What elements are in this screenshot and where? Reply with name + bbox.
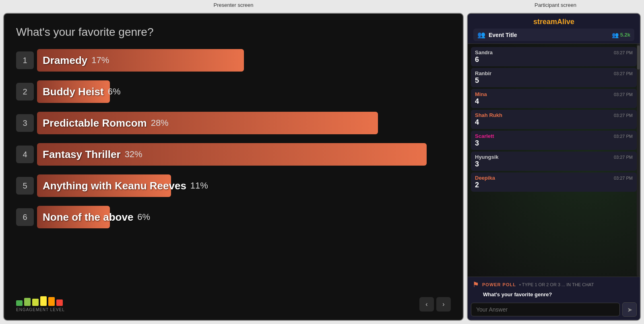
option-bar-container: None of the above6%: [37, 206, 451, 228]
option-pct: 11%: [190, 180, 208, 191]
chat-msg-value: 3: [475, 160, 633, 168]
chat-area: Sandra03:27 PM6Ranbir03:27 PM5Mina03:27 …: [468, 44, 640, 277]
chat-msg-time: 03:27 PM: [614, 113, 633, 118]
chat-msg-header: Ranbir03:27 PM: [475, 70, 633, 76]
option-pct: 32%: [125, 149, 142, 160]
chat-msg-header: Mina03:27 PM: [475, 91, 633, 97]
option-pct: 28%: [151, 118, 169, 128]
chat-msg-value: 6: [475, 55, 633, 64]
chat-msg-value: 4: [475, 97, 633, 106]
chat-msg-time: 03:27 PM: [614, 155, 633, 160]
logo-prefix: stream: [533, 18, 557, 26]
poll-option: 6None of the above6%: [16, 203, 451, 231]
poll-question: What's your favorite genre?: [16, 26, 451, 39]
engagement-bar: [40, 296, 47, 306]
chat-message: Hyungsik03:27 PM3: [471, 152, 637, 171]
chat-msg-time: 03:27 PM: [614, 71, 633, 76]
streamalive-logo: streamAlive: [533, 18, 574, 26]
option-label: Fantasy Thriller: [37, 148, 121, 161]
chat-msg-name: Ranbir: [475, 70, 491, 76]
chat-msg-header: Shah Rukh03:27 PM: [475, 112, 633, 118]
option-label: Anything with Keanu Reeves: [37, 180, 186, 192]
chat-msg-time: 03:27 PM: [614, 176, 633, 180]
chat-msg-name: Shah Rukh: [475, 112, 502, 118]
chat-msg-name: Deepika: [475, 175, 495, 181]
event-icon: 👥: [477, 31, 485, 39]
chat-msg-header: Sandra03:27 PM: [475, 49, 633, 55]
event-title: Event Title: [489, 32, 517, 38]
option-number: 3: [16, 114, 34, 132]
chat-message: Scarlett03:27 PM3: [471, 131, 637, 150]
nav-next-button[interactable]: ›: [436, 297, 451, 312]
option-number: 2: [16, 83, 34, 100]
chat-msg-value: 3: [475, 139, 633, 148]
chat-msg-name: Sandra: [475, 49, 493, 55]
power-poll-question: What's your favorite genre?: [468, 291, 640, 300]
chat-message: Shah Rukh03:27 PM4: [471, 110, 637, 129]
presenter-screen: What's your favorite genre? 1Dramedy17%2…: [3, 13, 464, 321]
engagement-bar: [32, 299, 39, 306]
option-number: 1: [16, 51, 34, 69]
participant-header: streamAlive 👥 Event Title 👥 5.2k: [468, 14, 640, 44]
nav-prev-button[interactable]: ‹: [419, 297, 434, 312]
option-pct: 6%: [108, 86, 121, 97]
chat-msg-header: Scarlett03:27 PM: [475, 133, 633, 139]
option-bar-container: Anything with Keanu Reeves11%: [37, 174, 451, 197]
poll-option: 4Fantasy Thriller32%: [16, 141, 451, 168]
option-bar-container: Predictable Romcom28%: [37, 112, 451, 134]
engagement-bar: [16, 300, 23, 306]
chat-msg-header: Deepika03:27 PM: [475, 175, 633, 181]
engagement-label: ENGAGEMENT LEVEL: [16, 308, 65, 312]
logo-suffix: live: [562, 18, 574, 26]
logo-accent: A: [557, 18, 562, 26]
participant-screen: streamAlive 👥 Event Title 👥 5.2k Sandra0…: [467, 13, 641, 321]
power-poll-label: POWER POLL: [482, 282, 516, 287]
option-label: Buddy Heist: [37, 86, 104, 98]
engagement-level: ENGAGEMENT LEVEL: [16, 296, 65, 312]
participant-bottom: ⚑ POWER POLL • TYPE 1 OR 2 OR 3 ... IN T…: [468, 277, 640, 320]
chat-msg-header: Hyungsik03:27 PM: [475, 154, 633, 160]
option-label: Predictable Romcom: [37, 117, 147, 129]
chat-message: Mina03:27 PM4: [471, 89, 637, 108]
participant-count: 5.2k: [620, 32, 630, 38]
poll-option: 1Dramedy17%: [16, 47, 451, 74]
option-bar-container: Dramedy17%: [37, 49, 451, 72]
option-number: 5: [16, 177, 34, 195]
option-pct: 6%: [137, 212, 150, 222]
chat-msg-time: 03:27 PM: [614, 50, 633, 55]
chat-message: Ranbir03:27 PM5: [471, 68, 637, 87]
answer-input[interactable]: [471, 303, 620, 316]
poll-option: 3Predictable Romcom28%: [16, 109, 451, 137]
scrollbar-thumb[interactable]: [637, 45, 640, 70]
poll-option: 2Buddy Heist6%: [16, 78, 451, 105]
option-number: 4: [16, 146, 34, 163]
answer-input-row: ➤: [468, 300, 640, 320]
poll-option: 5Anything with Keanu Reeves11%: [16, 172, 451, 199]
participants-icon: 👥: [612, 32, 619, 38]
chat-message: Sandra03:27 PM6: [471, 47, 637, 66]
participant-screen-label: Participant screen: [467, 2, 644, 8]
power-poll-icon: ⚑: [473, 280, 479, 289]
engagement-bar: [48, 297, 55, 306]
chat-msg-name: Scarlett: [475, 133, 494, 139]
option-bar-container: Fantasy Thriller32%: [37, 143, 451, 166]
power-poll-instruction: • TYPE 1 OR 2 OR 3 ... IN THE CHAT: [519, 282, 594, 287]
send-button[interactable]: ➤: [622, 302, 637, 317]
option-label: Dramedy: [37, 54, 87, 67]
chat-msg-value: 2: [475, 181, 633, 189]
option-number: 6: [16, 208, 34, 226]
chat-msg-value: 4: [475, 118, 633, 127]
engagement-bar: [24, 298, 31, 306]
scrollbar-track[interactable]: [637, 44, 640, 277]
power-poll-header: ⚑ POWER POLL • TYPE 1 OR 2 OR 3 ... IN T…: [468, 277, 640, 291]
chat-message: Deepika03:27 PM2: [471, 172, 637, 192]
engagement-bar: [56, 299, 63, 306]
presenter-screen-label: Presenter screen: [0, 2, 467, 8]
chat-msg-name: Hyungsik: [475, 154, 499, 160]
chat-msg-name: Mina: [475, 91, 487, 97]
chat-msg-time: 03:27 PM: [614, 92, 633, 97]
option-pct: 17%: [91, 55, 109, 66]
poll-options-list: 1Dramedy17%2Buddy Heist6%3Predictable Ro…: [16, 47, 451, 292]
option-label: None of the above: [37, 211, 133, 224]
option-bar-container: Buddy Heist6%: [37, 80, 451, 103]
